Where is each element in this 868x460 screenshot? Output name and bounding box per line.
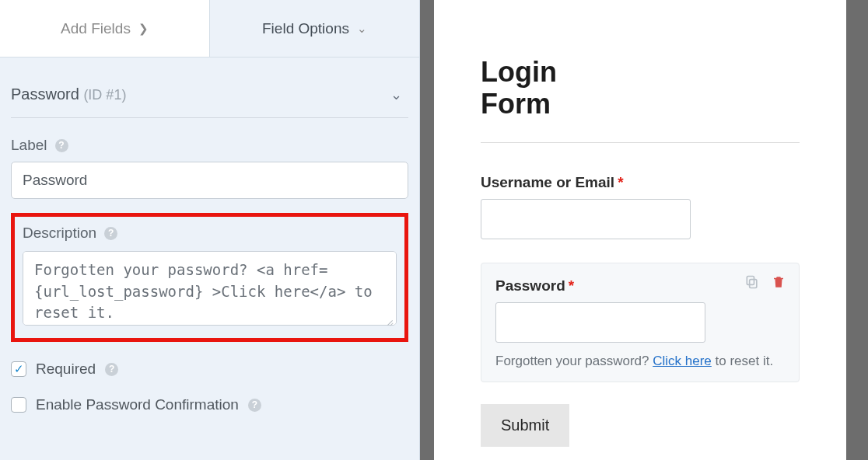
confirm-row[interactable]: Enable Password Confirmation ? <box>11 396 408 413</box>
field-header-title: Password (ID #1) <box>11 85 126 103</box>
field-id: (ID #1) <box>83 87 126 103</box>
preview-password-field-selected[interactable]: Password * Forgotten your password? Clic… <box>481 263 800 382</box>
duplicate-icon[interactable] <box>744 274 760 290</box>
description-section-highlight: Description ? <box>11 213 408 342</box>
form-preview: Login Form Username or Email * Password … <box>434 0 846 460</box>
desc-suffix: to reset it. <box>712 354 773 368</box>
help-icon[interactable]: ? <box>248 399 261 412</box>
preview-username-field[interactable]: Username or Email * <box>481 174 800 239</box>
username-label: Username or Email <box>481 174 614 191</box>
description-textarea[interactable] <box>23 251 397 326</box>
chevron-down-icon: ⌄ <box>390 86 407 103</box>
required-star: * <box>569 277 574 294</box>
tab-add-fields-label: Add Fields <box>61 20 131 37</box>
username-input[interactable] <box>481 199 691 239</box>
form-title: Login Form <box>481 56 613 120</box>
label-title: Label <box>11 137 47 154</box>
help-icon[interactable]: ? <box>55 139 68 152</box>
chevron-down-icon: ⌄ <box>357 22 367 36</box>
field-name: Password <box>11 85 79 103</box>
panel-body: Password (ID #1) ⌄ Label ? Description ? <box>0 57 419 413</box>
required-checkbox[interactable]: ✓ <box>11 361 26 377</box>
password-input[interactable] <box>495 302 705 343</box>
field-header[interactable]: Password (ID #1) ⌄ <box>11 75 408 118</box>
password-label: Password <box>495 277 565 294</box>
tab-field-options-label: Field Options <box>262 20 349 37</box>
panel-tabs: Add Fields ❯ Field Options ⌄ <box>0 0 419 57</box>
description-title: Description <box>23 225 96 242</box>
confirm-label: Enable Password Confirmation <box>36 396 239 413</box>
help-icon[interactable]: ? <box>104 227 117 240</box>
svg-rect-1 <box>747 276 754 284</box>
field-options-panel: Add Fields ❯ Field Options ⌄ Password (I… <box>0 0 420 460</box>
required-label: Required <box>36 361 96 378</box>
tab-field-options[interactable]: Field Options ⌄ <box>210 0 419 57</box>
required-row[interactable]: ✓ Required ? <box>11 361 408 378</box>
desc-prefix: Forgotten your password? <box>495 354 653 368</box>
tab-add-fields[interactable]: Add Fields ❯ <box>0 0 210 57</box>
trash-icon[interactable] <box>771 274 786 290</box>
help-icon[interactable]: ? <box>105 363 118 376</box>
required-star: * <box>618 174 623 191</box>
confirm-checkbox[interactable] <box>11 397 26 413</box>
preview-backdrop: Login Form Username or Email * Password … <box>420 0 868 460</box>
password-description: Forgotten your password? Click here to r… <box>495 354 785 369</box>
svg-rect-0 <box>750 279 757 288</box>
label-input[interactable] <box>11 162 408 199</box>
submit-button[interactable]: Submit <box>481 404 569 447</box>
desc-link[interactable]: Click here <box>653 354 712 368</box>
chevron-right-icon: ❯ <box>138 22 149 36</box>
label-section: Label ? <box>11 118 408 199</box>
title-divider <box>481 142 800 143</box>
